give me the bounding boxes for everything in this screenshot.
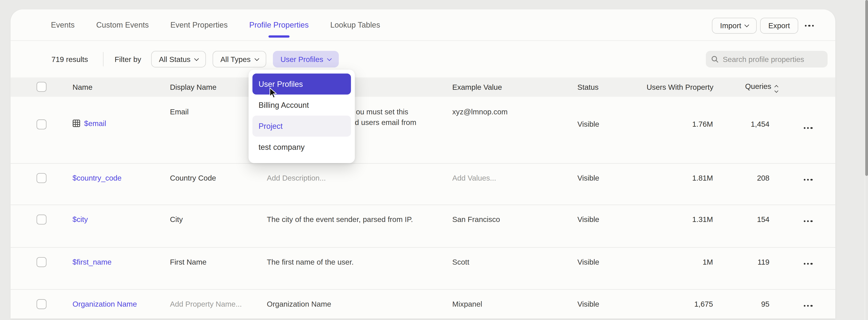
header-name[interactable]: Name [72,83,92,91]
status-cell[interactable]: Visible [578,120,599,128]
tab-profile-properties-label: Profile Properties [249,21,309,29]
example-value-cell[interactable]: San Francisco [452,215,500,224]
row-checkbox[interactable] [36,257,46,267]
users-with-property-cell: 1M [703,258,713,266]
tab-lookup-tables[interactable]: Lookup Tables [330,9,380,40]
status-filter-label: All Status [159,55,191,63]
queries-cell: 154 [757,215,769,224]
table-body: $email Email ou must set this d users em… [11,97,836,319]
chevron-down-icon [327,56,332,61]
ellipsis-icon [805,25,814,27]
search-icon [711,56,718,63]
search-input[interactable] [723,55,822,63]
table-row[interactable]: $first_name First Name The first name of… [11,247,836,289]
type-filter-dropdown[interactable]: All Types [213,51,266,68]
users-with-property-cell: 1,675 [694,300,713,308]
row-checkbox[interactable] [36,119,46,130]
row-actions-button[interactable] [804,215,812,224]
ellipsis-icon [804,179,812,181]
more-actions-button[interactable] [802,17,817,34]
description-cell[interactable]: The first name of the user. [267,258,354,266]
import-button[interactable]: Import [712,17,757,34]
description-line: ou must set this [356,108,408,116]
active-tab-underline [269,35,289,37]
header-users-with-property[interactable]: Users With Property [647,83,714,91]
status-cell[interactable]: Visible [578,300,599,308]
filter-bar: 719 results Filter by All Status All Typ… [11,49,836,69]
row-actions-button[interactable] [804,174,812,182]
menu-item-test-company[interactable]: test company [252,137,351,158]
queries-cell: 95 [761,300,769,308]
display-name-cell[interactable]: Add Property Name... [170,300,242,308]
menu-item-billing-account[interactable]: Billing Account [252,95,351,116]
row-checkbox[interactable] [36,173,46,183]
property-name-link[interactable]: Organization Name [72,300,137,308]
row-actions-button[interactable] [804,300,812,308]
status-cell[interactable]: Visible [578,258,599,266]
table-grid-icon [72,119,80,127]
header-display-name[interactable]: Display Name [170,83,216,91]
property-name-link[interactable]: $email [84,119,106,128]
profile-filter-dropdown[interactable]: User Profiles [273,51,339,68]
queries-cell: 1,454 [751,120,769,128]
display-name-cell[interactable]: Country Code [170,174,216,182]
tab-profile-properties[interactable]: Profile Properties [249,9,309,40]
description-cell[interactable]: Add Description... [267,174,326,182]
chevron-down-icon [744,23,749,27]
users-with-property-cell: 1.76M [692,120,713,128]
profile-filter-menu: User Profiles Billing Account Project te… [249,70,355,163]
toolbar: Import Export [712,17,817,34]
table-header: Name Display Name Example Value Status U… [11,77,836,97]
status-filter-dropdown[interactable]: All Status [151,51,206,68]
row-checkbox[interactable] [36,215,46,224]
table-row[interactable]: $country_code Country Code Add Descripti… [11,163,836,205]
queries-cell: 119 [757,258,769,266]
table-row[interactable]: $email Email ou must set this d users em… [11,97,836,163]
ellipsis-icon [804,263,812,264]
scrollbar-track[interactable] [864,0,868,320]
row-actions-button[interactable] [804,258,812,266]
profile-filter-label: User Profiles [280,55,323,63]
tab-events[interactable]: Events [51,9,75,40]
example-value-cell[interactable]: Mixpanel [452,300,482,308]
table-row[interactable]: Organization Name Add Property Name... O… [11,289,836,319]
divider [103,52,104,66]
export-button-label: Export [768,22,790,30]
tab-custom-events[interactable]: Custom Events [96,9,149,40]
menu-item-project[interactable]: Project [252,116,351,137]
export-button[interactable]: Export [760,17,798,34]
row-checkbox[interactable] [36,299,46,309]
table-row[interactable]: $city City The city of the event sender,… [11,205,836,247]
search-box[interactable] [706,51,828,68]
users-with-property-cell: 1.31M [692,215,713,224]
queries-cell: 208 [757,174,769,182]
results-count: 719 results [52,55,88,63]
property-name-link[interactable]: $country_code [72,174,122,182]
select-all-checkbox[interactable] [36,82,46,92]
header-example-value[interactable]: Example Value [452,83,502,91]
ellipsis-icon [804,127,812,129]
description-line: d users email from [355,118,416,127]
property-name-link[interactable]: $city [72,215,88,224]
tab-event-properties[interactable]: Event Properties [170,9,228,40]
display-name-cell[interactable]: First Name [170,258,207,266]
filter-by-label: Filter by [115,55,141,63]
header-queries[interactable]: Queries [745,82,778,92]
example-value-cell[interactable]: Add Values... [452,174,496,182]
menu-item-user-profiles[interactable]: User Profiles [252,74,351,95]
display-name-cell[interactable]: Email [170,108,189,116]
header-status[interactable]: Status [578,83,599,91]
row-actions-button[interactable] [804,122,812,131]
description-cell[interactable]: Organization Name [267,300,331,308]
property-name-link[interactable]: $first_name [72,258,112,266]
example-value-cell[interactable]: xyz@lmnop.com [452,108,508,116]
example-value-cell[interactable]: Scott [452,258,469,266]
display-name-cell[interactable]: City [170,215,183,224]
status-cell[interactable]: Visible [578,215,599,224]
sort-icon[interactable] [775,85,778,92]
status-cell[interactable]: Visible [578,174,599,182]
scrollbar-thumb[interactable] [865,0,868,176]
description-cell[interactable]: The city of the event sender, parsed fro… [267,215,413,224]
ellipsis-icon [804,305,812,307]
header-queries-label: Queries [745,82,771,90]
